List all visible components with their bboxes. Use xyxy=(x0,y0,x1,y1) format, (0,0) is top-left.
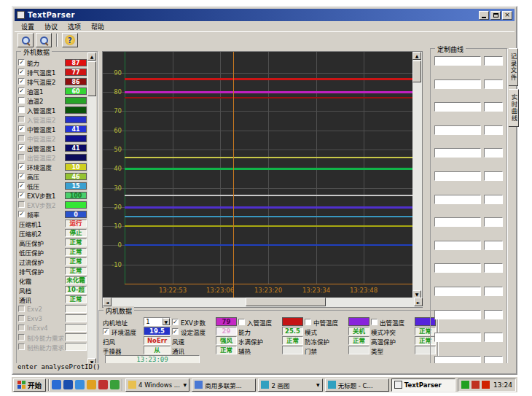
taskbar-button[interactable]: 商用多联第... xyxy=(192,378,256,392)
checkbox[interactable] xyxy=(18,343,25,350)
chart-horizontal-scrollbar[interactable]: ◄ ► xyxy=(103,298,423,307)
checkbox[interactable]: ✓ xyxy=(18,78,25,85)
checkbox[interactable]: ✓ xyxy=(18,59,25,66)
checkbox[interactable] xyxy=(18,135,25,141)
checkbox[interactable] xyxy=(18,116,25,123)
scroll-up-icon[interactable]: ▲ xyxy=(412,52,421,60)
checkbox[interactable]: ✓ xyxy=(18,163,25,170)
outdoor-scrollbar[interactable]: ▲ ▼ xyxy=(87,53,96,366)
checkbox[interactable] xyxy=(238,319,245,325)
curve-name-field[interactable] xyxy=(434,287,481,296)
curve-name-field[interactable] xyxy=(434,241,481,250)
taskbar-button[interactable]: 4 Windows ...▼ xyxy=(125,378,189,392)
scroll-up-icon[interactable]: ▲ xyxy=(87,53,96,61)
scroll-thumb[interactable] xyxy=(87,61,96,96)
curve-value-field[interactable] xyxy=(484,171,503,181)
checkbox[interactable]: ✓ xyxy=(18,182,25,189)
scroll-right-icon[interactable]: ► xyxy=(414,298,423,306)
chevron-down-icon[interactable]: ▼ xyxy=(316,382,320,387)
chart-plot[interactable]: 9080706050403020100-1013:22:5313:23:0613… xyxy=(103,52,413,298)
checkbox[interactable]: ✓ xyxy=(172,319,179,325)
scroll-thumb[interactable] xyxy=(412,61,421,82)
taskbar-button[interactable]: 2 画图▼ xyxy=(258,378,322,392)
scroll-thumb[interactable] xyxy=(246,298,326,306)
checkbox[interactable] xyxy=(305,319,311,325)
checkbox[interactable]: ✓ xyxy=(18,211,25,217)
chevron-down-icon[interactable]: ▼ xyxy=(163,318,170,325)
curve-value-field[interactable] xyxy=(484,79,503,89)
checkbox[interactable] xyxy=(18,201,25,208)
curve-name-field[interactable] xyxy=(434,79,481,89)
checkbox[interactable] xyxy=(18,325,25,331)
curve-value-field[interactable] xyxy=(484,148,503,158)
status-green-icon[interactable] xyxy=(461,381,469,389)
menu-item-4[interactable]: 帮助 xyxy=(87,21,109,32)
checkbox[interactable]: ✓ xyxy=(18,192,25,198)
lock-icon[interactable] xyxy=(98,380,108,389)
curve-name-field[interactable] xyxy=(434,102,481,112)
checkbox[interactable]: ✓ xyxy=(18,69,25,75)
checkbox[interactable]: ✓ xyxy=(18,125,25,132)
curve-name-field[interactable] xyxy=(434,56,481,66)
checkbox[interactable]: ✓ xyxy=(18,88,25,94)
taskbar-button[interactable]: TextParser xyxy=(391,378,455,392)
curve-name-field[interactable] xyxy=(434,310,481,319)
menu-item-1[interactable]: 设置 xyxy=(17,21,39,32)
curve-value-field[interactable] xyxy=(484,125,503,135)
power-icon[interactable] xyxy=(482,381,490,389)
curve-value-field[interactable] xyxy=(484,263,503,273)
outdoor-item: Exv2 xyxy=(18,304,87,314)
zoom-out-button[interactable] xyxy=(17,33,34,47)
indoor-label-text: 高温保护 xyxy=(371,337,396,346)
curve-name-field[interactable] xyxy=(434,148,481,158)
menu-item-3[interactable]: 选项 xyxy=(63,21,85,32)
curve-value-field[interactable] xyxy=(484,56,503,66)
chevron-down-icon[interactable]: ▼ xyxy=(184,382,187,387)
curve-name-field[interactable] xyxy=(434,333,481,342)
browser-icon[interactable] xyxy=(63,380,73,389)
duplex-icon[interactable] xyxy=(472,381,480,389)
minimize-button[interactable] xyxy=(479,11,489,20)
curve-value-field[interactable] xyxy=(484,310,503,319)
curve-value-field[interactable] xyxy=(484,241,503,250)
scroll-left-icon[interactable]: ◄ xyxy=(103,298,112,306)
checkbox[interactable]: ✓ xyxy=(18,173,25,179)
titlebar[interactable]: TextParser × xyxy=(15,9,515,21)
curve-value-field[interactable] xyxy=(484,102,503,112)
zoom-in-button[interactable] xyxy=(36,33,52,47)
chart-vertical-scrollbar[interactable]: ▲ ▼ xyxy=(412,52,422,298)
checkbox[interactable]: ✓ xyxy=(103,328,109,335)
help-button[interactable]: ? xyxy=(62,33,78,47)
checkbox[interactable]: ✓ xyxy=(18,144,25,151)
curve-value-field[interactable] xyxy=(484,217,503,227)
chart-series-line xyxy=(125,78,413,80)
curve-name-field[interactable] xyxy=(434,217,481,227)
mail-icon[interactable] xyxy=(87,380,96,389)
tab-record-file[interactable]: 记录文件 xyxy=(509,48,518,86)
checkbox[interactable] xyxy=(18,306,25,312)
start-button[interactable]: 开始 xyxy=(13,378,46,392)
tab-realtime-curve[interactable]: 实时曲线 xyxy=(509,89,519,127)
taskbar-button[interactable]: 无标题 - C... xyxy=(325,378,389,392)
checkbox[interactable]: ✓ xyxy=(172,328,179,335)
curve-name-field[interactable] xyxy=(434,171,481,181)
curve-name-field[interactable] xyxy=(434,195,481,204)
curve-name-field[interactable] xyxy=(434,263,481,273)
menu-item-2[interactable]: 协议 xyxy=(40,21,62,32)
checkbox[interactable] xyxy=(18,154,25,160)
indoor-address-dropdown[interactable]: 1▼ xyxy=(144,317,171,326)
checkbox[interactable] xyxy=(18,97,25,104)
curve-value-field[interactable] xyxy=(484,195,503,204)
checkbox[interactable] xyxy=(371,319,378,325)
curve-value-field[interactable] xyxy=(484,333,503,342)
restore-button[interactable] xyxy=(490,11,501,20)
curve-value-field[interactable] xyxy=(484,287,503,296)
close-button[interactable]: × xyxy=(502,11,512,20)
media-player-icon[interactable] xyxy=(75,380,85,389)
checkbox[interactable] xyxy=(18,315,25,322)
checkbox[interactable] xyxy=(18,334,25,341)
checkbox[interactable] xyxy=(18,106,25,113)
ie-icon[interactable] xyxy=(52,380,61,389)
curve-name-field[interactable] xyxy=(434,125,481,135)
antivirus-icon[interactable] xyxy=(110,380,120,389)
